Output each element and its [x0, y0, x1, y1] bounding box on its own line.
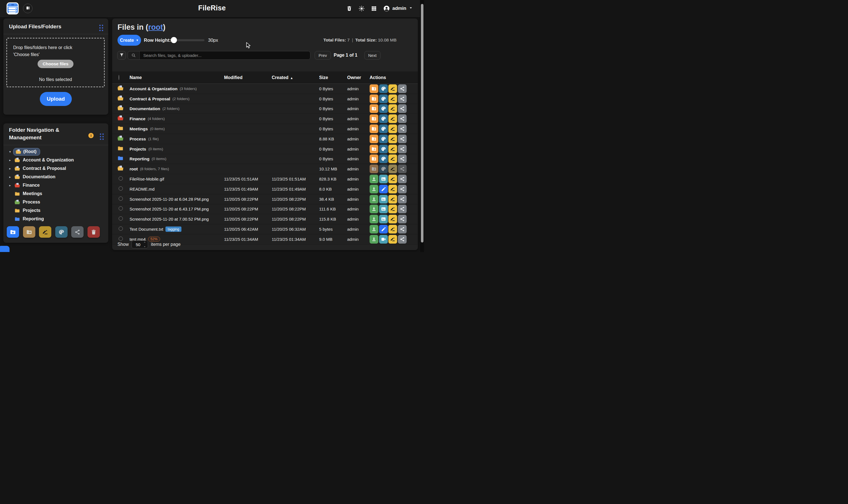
slider-knob[interactable] [171, 37, 177, 43]
file-dropzone[interactable]: Drop files/folders here or click 'Choose… [6, 38, 105, 87]
palette-action-button[interactable] [379, 84, 388, 93]
per-page-select[interactable]: 50⌃⌄ [131, 240, 148, 248]
apps-grid-icon[interactable] [371, 5, 377, 12]
file-name-link[interactable]: README.md [129, 187, 155, 192]
row-checkbox[interactable] [119, 197, 123, 201]
move-folder-button[interactable] [23, 226, 35, 238]
share-action-button[interactable] [398, 175, 407, 183]
select-all-checkbox[interactable] [119, 75, 119, 80]
palette-action-button[interactable] [379, 114, 388, 123]
move-action-button[interactable] [370, 114, 378, 123]
image-action-button[interactable] [379, 205, 388, 213]
palette-action-button[interactable] [379, 155, 388, 163]
chevron-right-icon[interactable]: ▸ [9, 158, 13, 162]
filter-button[interactable] [117, 51, 126, 60]
create-button[interactable]: Create▼ [118, 35, 141, 46]
share-action-button[interactable] [398, 195, 407, 203]
move-action-button[interactable] [370, 145, 378, 153]
share-action-button[interactable] [398, 215, 407, 223]
rename-action-button[interactable] [388, 175, 397, 183]
image-action-button[interactable] [379, 195, 388, 203]
file-name-link[interactable]: Screenshot 2025-11-20 at 6.43.17 PM.png [129, 206, 209, 211]
rename-folder-button[interactable] [39, 226, 51, 238]
rename-action-button[interactable] [388, 134, 397, 143]
folder-name-link[interactable]: Process [129, 137, 146, 141]
share-folder-button[interactable] [71, 226, 84, 238]
video-action-button[interactable] [379, 235, 388, 244]
row-checkbox[interactable] [119, 206, 123, 211]
rename-action-button[interactable] [388, 145, 397, 153]
move-action-button[interactable] [370, 84, 378, 93]
chevron-right-icon[interactable]: ▸ [9, 175, 13, 179]
share-action-button[interactable] [398, 94, 407, 103]
column-header-size[interactable]: Size [319, 75, 347, 80]
share-action-button[interactable] [398, 145, 407, 153]
share-action-button[interactable] [398, 104, 407, 113]
color-folder-button[interactable] [55, 226, 68, 238]
search-input[interactable] [139, 51, 310, 59]
rename-action-button[interactable] [388, 225, 397, 234]
move-action-button[interactable] [370, 155, 378, 163]
folder-name-link[interactable]: Reporting [129, 157, 149, 161]
page-scrollbar[interactable] [420, 0, 424, 252]
share-action-button[interactable] [398, 84, 407, 93]
tree-item-reporting[interactable]: Reporting [3, 215, 108, 223]
chevron-right-icon[interactable]: ▸ [9, 167, 13, 170]
folder-name-link[interactable]: Projects [129, 147, 146, 151]
edit-action-button[interactable] [379, 225, 388, 234]
row-checkbox[interactable] [119, 216, 123, 221]
rename-action-button[interactable] [388, 215, 397, 223]
download-action-button[interactable] [370, 225, 378, 234]
download-action-button[interactable] [370, 195, 378, 203]
folder-name-link[interactable]: Meetings [129, 126, 148, 131]
chevron-right-icon[interactable]: ▸ [9, 184, 13, 187]
download-action-button[interactable] [370, 215, 378, 223]
image-action-button[interactable] [379, 215, 388, 223]
share-action-button[interactable] [398, 124, 407, 133]
move-action-button[interactable] [370, 94, 378, 103]
tree-item-documentation[interactable]: ▸ Documentation [3, 173, 108, 181]
rename-action-button[interactable] [388, 235, 397, 244]
palette-action-button[interactable] [379, 145, 388, 153]
rename-action-button[interactable] [388, 185, 397, 193]
folder-name-link[interactable]: Documentation [129, 106, 160, 111]
next-page-button[interactable]: Next [364, 51, 381, 60]
share-action-button[interactable] [398, 235, 407, 244]
rename-action-button[interactable] [388, 104, 397, 113]
download-action-button[interactable] [370, 235, 378, 244]
folder-name-link[interactable]: Contract & Proposal [129, 96, 170, 101]
row-height-slider[interactable] [170, 39, 205, 41]
image-action-button[interactable] [379, 175, 388, 183]
chevron-down-icon[interactable]: ▾ [9, 150, 13, 154]
delete-folder-button[interactable] [88, 226, 100, 238]
edit-action-button[interactable] [379, 185, 388, 193]
file-name-link[interactable]: Text Document.txt [129, 227, 163, 232]
palette-action-button[interactable] [379, 94, 388, 103]
column-header-owner[interactable]: Owner [347, 75, 370, 80]
drag-handle-icon[interactable] [100, 133, 104, 140]
share-action-button[interactable] [398, 134, 407, 143]
palette-action-button[interactable] [379, 104, 388, 113]
download-action-button[interactable] [370, 185, 378, 193]
tree-item-account-organization[interactable]: ▸ Account & Organization [3, 156, 108, 164]
upload-button[interactable]: Upload [40, 92, 72, 106]
row-checkbox[interactable] [119, 186, 123, 191]
rename-action-button[interactable] [388, 195, 397, 203]
file-name-link[interactable]: FileRise-Mobile.gif [129, 177, 164, 181]
share-action-button[interactable] [398, 205, 407, 213]
prev-page-button[interactable]: Prev [315, 51, 331, 60]
rename-action-button[interactable] [388, 84, 397, 93]
rename-action-button[interactable] [388, 114, 397, 123]
row-checkbox[interactable] [119, 176, 123, 181]
move-action-button[interactable] [370, 104, 378, 113]
tree-item-contract-proposal[interactable]: ▸ Contract & Proposal [3, 164, 108, 173]
tree-item-root[interactable]: ▾ (Root) [3, 147, 108, 156]
file-name-link[interactable]: Screenshot 2025-11-20 at 7.00.52 PM.png [129, 217, 209, 221]
rename-action-button[interactable] [388, 124, 397, 133]
palette-action-button[interactable] [379, 134, 388, 143]
rename-action-button[interactable] [388, 205, 397, 213]
file-name-link[interactable]: Screenshot 2025-11-20 at 6.04.28 PM.png [129, 197, 209, 201]
rename-action-button[interactable] [388, 155, 397, 163]
share-action-button[interactable] [398, 155, 407, 163]
share-action-button[interactable] [398, 225, 407, 234]
